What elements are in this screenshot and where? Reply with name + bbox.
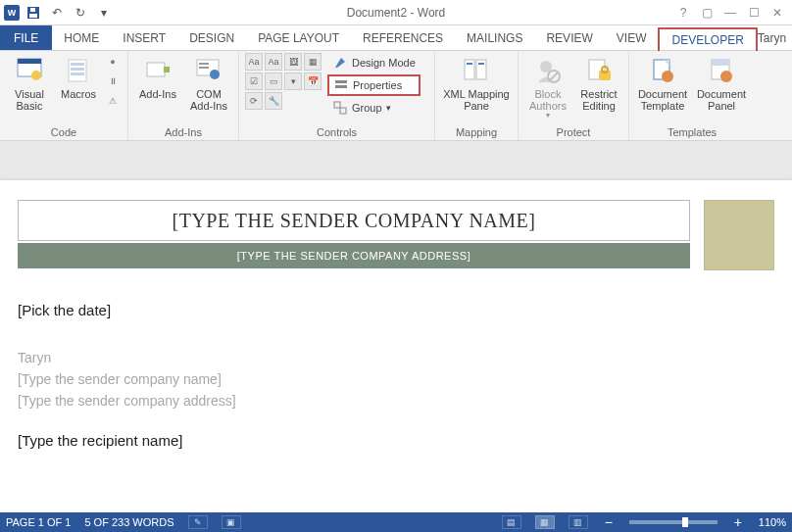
zoom-out-button[interactable]: − — [602, 514, 616, 530]
record-macro-icon[interactable]: ● — [104, 53, 122, 71]
date-picker-field[interactable]: [Pick the date] — [18, 302, 774, 318]
zoom-level[interactable]: 110% — [759, 516, 786, 528]
svg-rect-19 — [340, 108, 346, 114]
building-block-control-icon[interactable]: ▦ — [304, 53, 322, 71]
tab-review[interactable]: REVIEW — [534, 25, 604, 50]
print-layout-icon[interactable]: ▦ — [535, 515, 555, 529]
properties-button[interactable]: Properties — [327, 74, 421, 96]
group-button[interactable]: Group ▾ — [327, 98, 421, 118]
date-picker-control-icon[interactable]: 📅 — [304, 73, 322, 90]
svg-rect-10 — [147, 63, 165, 76]
visual-basic-button[interactable]: Visual Basic — [6, 53, 53, 112]
xml-mapping-pane-button[interactable]: XML Mapping Pane — [441, 53, 512, 112]
sender-company-name-text[interactable]: [Type the sender company name] — [18, 371, 774, 387]
svg-rect-7 — [71, 63, 84, 66]
sender-company-name-field[interactable]: [TYPE THE SENDER COMPANY NAME] — [18, 200, 690, 241]
sender-company-address-field[interactable]: [TYPE THE SENDER COMPANY ADDRESS] — [18, 243, 690, 268]
svg-rect-8 — [71, 68, 84, 71]
rich-text-control-icon[interactable]: Aa — [245, 53, 263, 71]
checkbox-control-icon[interactable]: ☑ — [245, 73, 263, 90]
svg-rect-11 — [164, 67, 170, 73]
spellcheck-icon[interactable]: ✎ — [188, 515, 208, 529]
ribbon-options-icon[interactable]: ▢ — [696, 4, 718, 22]
qat-customize-icon[interactable]: ▾ — [94, 3, 114, 23]
document-page[interactable]: [TYPE THE SENDER COMPANY NAME] [TYPE THE… — [0, 180, 792, 512]
svg-point-15 — [210, 70, 220, 79]
plain-text-control-icon[interactable]: Aa — [265, 53, 282, 71]
close-icon[interactable]: ✕ — [767, 4, 788, 22]
save-icon[interactable] — [24, 3, 43, 23]
document-panel-button[interactable]: Document Panel — [694, 53, 749, 112]
user-name[interactable]: Taryn — [758, 31, 786, 45]
tab-file[interactable]: FILE — [0, 25, 52, 50]
zoom-in-button[interactable]: + — [731, 514, 745, 530]
group-label-mapping: Mapping — [441, 125, 512, 140]
legacy-tools-icon[interactable]: 🔧 — [265, 92, 282, 110]
pause-macro-icon[interactable]: ⏸ — [104, 73, 122, 90]
sender-name-text[interactable]: Taryn — [18, 350, 774, 365]
restrict-editing-icon — [583, 55, 615, 86]
web-layout-icon[interactable]: ▥ — [569, 515, 588, 529]
block-authors-caret-icon: ▾ — [546, 112, 550, 121]
group-mapping: XML Mapping Pane Mapping — [435, 51, 519, 140]
tab-design[interactable]: DESIGN — [177, 25, 246, 50]
svg-rect-14 — [199, 67, 209, 69]
document-template-icon — [647, 55, 678, 86]
document-panel-icon — [706, 55, 737, 86]
tab-references[interactable]: REFERENCES — [351, 25, 455, 50]
help-icon[interactable]: ? — [672, 4, 694, 22]
svg-line-26 — [550, 73, 558, 80]
block-authors-button[interactable]: Block Authors ▾ — [524, 53, 571, 121]
macros-button[interactable]: Macros — [57, 53, 100, 100]
tab-insert[interactable]: INSERT — [111, 25, 177, 50]
addins-button[interactable]: Add-Ins — [134, 53, 181, 100]
tab-view[interactable]: VIEW — [605, 25, 659, 50]
word-count[interactable]: 5 OF 233 WORDS — [84, 516, 173, 528]
svg-rect-1 — [29, 14, 37, 18]
page-indicator[interactable]: PAGE 1 OF 1 — [6, 516, 71, 528]
svg-rect-23 — [478, 63, 484, 65]
ribbon-tabs: FILE HOME INSERT DESIGN PAGE LAYOUT REFE… — [0, 25, 792, 51]
com-addins-icon — [193, 55, 224, 86]
redo-icon[interactable]: ↻ — [71, 3, 90, 23]
sender-company-address-text[interactable]: [Type the sender company address] — [18, 393, 774, 409]
combobox-control-icon[interactable]: ▭ — [265, 73, 282, 90]
recipient-name-field[interactable]: [Type the recipient name] — [18, 432, 774, 449]
macro-security-icon[interactable]: ⚠ — [104, 92, 122, 110]
group-label-protect: Protect — [524, 125, 622, 140]
maximize-icon[interactable]: ☐ — [743, 4, 765, 22]
group-code: Visual Basic Macros ● ⏸ ⚠ Code — [0, 51, 128, 140]
svg-point-5 — [31, 71, 41, 80]
tab-developer[interactable]: DEVELOPER — [658, 27, 757, 51]
dropdown-control-icon[interactable]: ▾ — [284, 73, 302, 90]
group-addins: Add-Ins COM Add-Ins Add-Ins — [128, 51, 239, 140]
tab-page-layout[interactable]: PAGE LAYOUT — [246, 25, 351, 50]
group-caret-icon: ▾ — [386, 103, 391, 113]
svg-rect-18 — [334, 102, 340, 108]
group-label-code: Code — [6, 125, 122, 140]
document-template-button[interactable]: Document Template — [635, 53, 690, 112]
word-app-icon: W — [4, 5, 20, 21]
read-mode-icon[interactable]: ▤ — [502, 515, 521, 529]
svg-point-32 — [662, 71, 673, 82]
restrict-editing-button[interactable]: Restrict Editing — [575, 53, 622, 112]
group-protect: Block Authors ▾ Restrict Editing Protect — [519, 51, 629, 140]
zoom-slider[interactable] — [629, 520, 718, 524]
tab-home[interactable]: HOME — [52, 25, 111, 50]
picture-control-icon[interactable]: 🖼 — [284, 53, 302, 71]
logo-placeholder[interactable] — [704, 200, 774, 270]
svg-rect-17 — [335, 85, 347, 88]
macro-record-status-icon[interactable]: ▣ — [222, 515, 241, 529]
com-addins-button[interactable]: COM Add-Ins — [185, 53, 232, 112]
design-mode-button[interactable]: Design Mode — [327, 53, 421, 73]
svg-rect-16 — [335, 80, 347, 83]
minimize-icon[interactable]: — — [719, 4, 741, 22]
document-workspace[interactable]: [TYPE THE SENDER COMPANY NAME] [TYPE THE… — [0, 141, 792, 512]
undo-icon[interactable]: ↶ — [47, 3, 67, 23]
status-bar: PAGE 1 OF 1 5 OF 233 WORDS ✎ ▣ ▤ ▦ ▥ − +… — [0, 512, 792, 532]
group-label-controls: Controls — [245, 125, 428, 140]
svg-rect-13 — [199, 63, 209, 65]
repeating-section-control-icon[interactable]: ⟳ — [245, 92, 263, 110]
svg-rect-34 — [712, 60, 729, 66]
tab-mailings[interactable]: MAILINGS — [455, 25, 534, 50]
